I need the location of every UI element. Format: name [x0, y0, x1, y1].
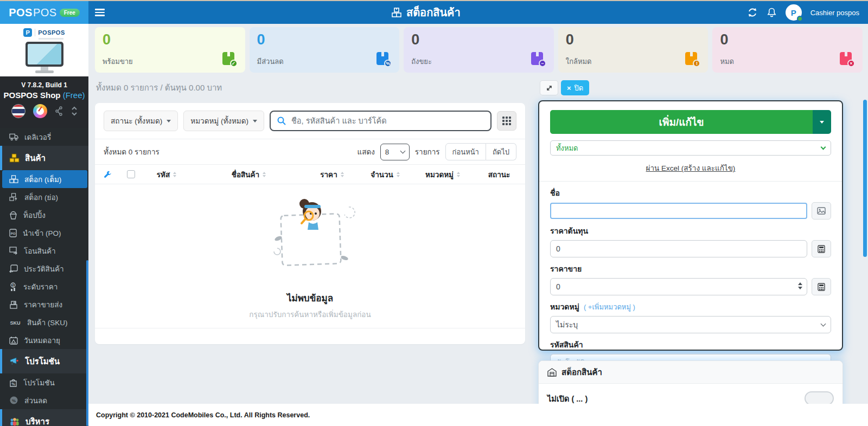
submit-dropdown-toggle[interactable] [813, 110, 831, 134]
close-panel-button[interactable]: ×ปิด [561, 80, 589, 95]
caret-down-icon [253, 120, 257, 122]
shop-plan: (Free) [63, 91, 85, 100]
box-cross-icon: × [839, 51, 855, 67]
status-cards: 0 พร้อมขาย ✓ 0 มีส่วนลด % 0 ถังขยะ − 0 ใ… [95, 27, 863, 73]
card-count: 0 [720, 31, 855, 48]
search-input[interactable] [291, 117, 484, 125]
price-field-group: ราคาขาย [550, 263, 831, 295]
sidebar-item-discount[interactable]: % ส่วนลด [0, 391, 88, 409]
divider [95, 328, 525, 328]
column-price[interactable]: ราคา [306, 169, 358, 180]
sort-icon [457, 172, 460, 177]
add-category-link[interactable]: ( +เพิ่มหมวดหมู่ ) [584, 301, 635, 313]
product-list-card: สถานะ (ทั้งหมด) หมวดหมู่ (ทั้งหมด) ทั้งห… [95, 103, 525, 344]
network-icon[interactable] [55, 106, 63, 116]
sku-icon: SKU [9, 319, 21, 326]
box-percent-icon: % [375, 51, 392, 67]
add-edit-panel: เพิ่ม/แก้ไข ทั้งหมด ผ่าน Excel (สร้าง แล… [538, 100, 843, 351]
collapse-chevrons-icon[interactable] [71, 106, 78, 117]
code-label: รหัสสินค้า [550, 339, 831, 351]
category-label: หมวดหมู่ [550, 301, 579, 313]
image-upload-button[interactable] [812, 202, 831, 220]
column-category[interactable]: หมวดหมู่ [412, 169, 473, 180]
wrench-icon [104, 170, 112, 178]
card-low-stock[interactable]: 0 ใกล้หมด ! [558, 27, 709, 73]
show-label: แสดง [358, 146, 375, 158]
sidebar-section-products[interactable]: สินค้า [0, 146, 88, 170]
brand-text-light: POS [33, 7, 57, 19]
category-filter-dropdown[interactable]: หมวดหมู่ (ทั้งหมด) [183, 111, 264, 131]
boxes-flash-icon [9, 193, 18, 201]
card-out-of-stock[interactable]: 0 หมด × [712, 27, 863, 73]
sidebar-item-stock-full[interactable]: สต็อก (เต็ม) [2, 170, 87, 188]
sidebar-item-history[interactable]: ประวัติสินค้า [0, 260, 88, 277]
header-actions: P Cashier pospos [747, 4, 859, 21]
cost-calculator-button[interactable] [812, 240, 831, 257]
online-status-dot [797, 16, 803, 22]
free-badge: Free [60, 9, 80, 17]
sidebar-item-topping[interactable]: ท็อปปิ้ง [0, 206, 88, 224]
excel-import-link[interactable]: ผ่าน Excel (สร้าง และแก้ไข) [550, 162, 831, 174]
sidebar-logo-card: P POSPOS [0, 24, 88, 76]
column-quantity[interactable]: จำนวน [358, 169, 412, 180]
grid-view-button[interactable] [497, 111, 516, 131]
unit-label: รายการ [415, 146, 440, 158]
sidebar-item-wholesale[interactable]: ราคาขายส่ง [0, 295, 88, 313]
brand-logo[interactable]: POSPOS Free [0, 1, 88, 24]
user-name[interactable]: Cashier pospos [810, 9, 859, 17]
chevron-down-icon [400, 148, 405, 153]
sidebar-item-sku[interactable]: SKU สินค้า (SKU) [0, 313, 88, 331]
sidebar-item-price-level[interactable]: $ ระดับราคา [0, 277, 88, 295]
image-icon [817, 207, 826, 215]
cost-input[interactable] [550, 240, 807, 257]
status-filter-dropdown[interactable]: สถานะ (ทั้งหมด) [104, 111, 178, 131]
add-edit-button[interactable]: เพิ่ม/แก้ไข [550, 110, 813, 134]
sidebar-item-stock-lite[interactable]: สต็อก (ย่อ) [0, 188, 88, 206]
card-count: 0 [103, 31, 238, 48]
column-code[interactable]: รหัส [142, 169, 192, 180]
sidebar-item-transfer[interactable]: โอนสินค้า [0, 242, 88, 260]
settings-column[interactable] [95, 170, 120, 178]
sidebar-item-expiry[interactable]: วันหมดอายุ [0, 331, 88, 349]
expiry-calendar-icon [9, 336, 18, 345]
page-size-select[interactable]: 8 [380, 144, 410, 160]
bell-icon[interactable] [767, 7, 777, 18]
number-spinner[interactable] [798, 282, 802, 289]
column-name[interactable]: ชื่อสินค้า [192, 169, 306, 180]
sidebar-item-delivery[interactable]: เดลิเวอรี่ [0, 128, 88, 146]
name-input[interactable] [550, 203, 807, 219]
mode-select[interactable]: ทั้งหมด [550, 140, 831, 156]
stock-panel-header: สต็อกสินค้า [539, 361, 843, 384]
sidebar-item-import-po[interactable]: PO นำเข้า (PO) [0, 224, 88, 242]
card-label: ใกล้หมด [566, 56, 592, 67]
price-calculator-button[interactable] [812, 278, 831, 295]
empty-illustration [248, 192, 373, 284]
sidebar-section-promotion[interactable]: โปรโมชัน [0, 349, 88, 373]
card-ready[interactable]: 0 พร้อมขาย ✓ [95, 27, 245, 73]
next-page-button[interactable]: ถัดไป [486, 143, 516, 160]
price-level-icon: $ [9, 282, 17, 291]
page-scrollbar[interactable] [863, 100, 867, 257]
sidebar-section-admin[interactable]: บริหาร [0, 409, 88, 426]
boxes-icon [9, 175, 18, 183]
stock-toggle-row: ไม่เปิด ( ... ) [539, 384, 843, 405]
prev-page-button[interactable]: ก่อนหน้า [445, 143, 486, 160]
copyright-text: Copyright © 2010-2021 CodeMobiles Co., L… [96, 411, 310, 419]
sidebar-item-promotion[interactable]: % โปรโมชัน [0, 373, 88, 391]
thai-flag-icon[interactable] [11, 104, 25, 118]
list-total: ทั้งหมด 0 รายการ [104, 146, 159, 158]
speed-gauge-icon[interactable] [33, 104, 47, 118]
hamburger-menu-icon[interactable] [95, 7, 105, 18]
card-trash[interactable]: 0 ถังขยะ − [404, 27, 554, 73]
expand-panel-button[interactable] [540, 80, 558, 95]
user-avatar[interactable]: P [786, 4, 802, 21]
price-input[interactable] [550, 278, 807, 295]
sidebar-menu: เดลิเวอรี่ สินค้า สต็อก (เต็ม) สต็อก (ย่… [0, 128, 88, 426]
empty-subtitle: กรุณาปรับการค้นหาหรือเพิ่มข้อมูลก่อน [95, 308, 525, 320]
divider [539, 181, 842, 182]
card-discounted[interactable]: 0 มีส่วนลด % [250, 27, 400, 73]
select-all-checkbox[interactable] [127, 170, 135, 178]
price-label: ราคาขาย [550, 263, 831, 275]
refresh-icon[interactable] [747, 7, 758, 18]
category-select[interactable]: ไม่ระบุ [550, 316, 831, 333]
